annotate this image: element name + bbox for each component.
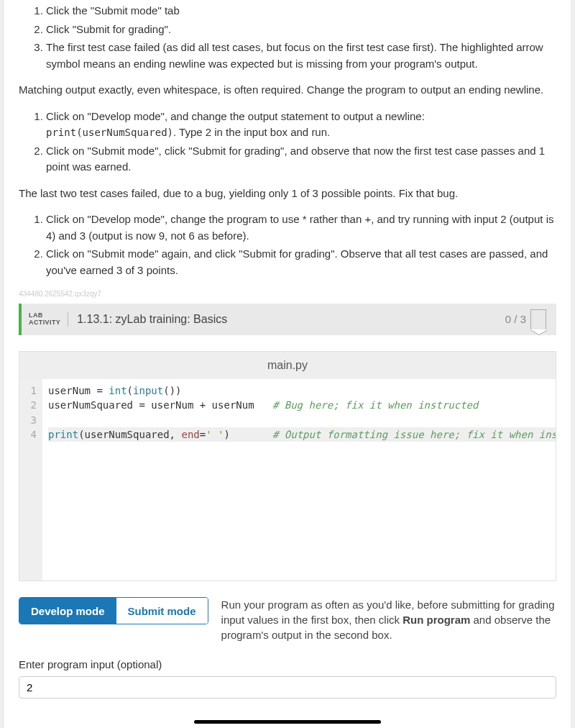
paragraph: Matching output exactly, even whitespace…: [19, 82, 556, 99]
list-item: Click on "Submit mode" again, and click …: [46, 246, 556, 278]
line-number: 3: [22, 413, 37, 427]
lab-activity-header: LAB ACTIVITY 1.13.1: zyLab training: Bas…: [19, 304, 556, 335]
list-item: Click on "Develop mode", and change the …: [46, 109, 556, 141]
list-item: The first test case failed (as did all t…: [46, 40, 556, 72]
file-tab[interactable]: main.py: [19, 352, 556, 379]
paragraph: The last two test cases failed, due to a…: [19, 186, 556, 202]
code-line: [48, 414, 54, 426]
program-input-label: Enter program input (optional): [19, 657, 556, 673]
code-editor: main.py 1 2 3 4 userNum = int(input()) u…: [19, 351, 556, 581]
list-item: Click "Submit for grading".: [46, 22, 556, 38]
submit-mode-button[interactable]: Submit mode: [116, 598, 208, 624]
mode-toggle: Develop mode Submit mode: [19, 597, 208, 624]
instruction-list-2: Click on "Develop mode", and change the …: [19, 109, 556, 176]
line-number: 2: [22, 398, 37, 412]
mode-description: Run your program as often as you'd like,…: [221, 597, 556, 642]
code-line: userNumSquared = userNum + userNum # Bug…: [48, 399, 478, 411]
lab-activity-title: 1.13.1: zyLab training: Basics: [68, 311, 505, 328]
code-area[interactable]: 1 2 3 4 userNum = int(input()) userNumSq…: [19, 379, 556, 581]
text: ACTIVITY: [29, 319, 60, 327]
bookmark-icon[interactable]: [530, 309, 546, 329]
lab-activity-score: 0 / 3: [505, 311, 526, 328]
text-bold: Run program: [402, 614, 470, 626]
code-lines[interactable]: userNum = int(input()) userNumSquared = …: [42, 379, 556, 581]
lab-activity-label: LAB ACTIVITY: [29, 312, 68, 327]
instruction-list-3: Click on "Develop mode", change the prog…: [19, 211, 556, 278]
line-gutter: 1 2 3 4: [19, 379, 42, 581]
mode-row: Develop mode Submit mode Run your progra…: [19, 597, 556, 642]
text: Click on "Develop mode", and change the …: [46, 110, 425, 122]
develop-mode-button[interactable]: Develop mode: [19, 598, 116, 624]
code-line-highlighted: print(userNumSquared, end=' ') # Output …: [48, 427, 556, 442]
list-item: Click on "Develop mode", change the prog…: [46, 211, 556, 244]
home-indicator: [194, 720, 381, 724]
inline-code: print(userNumSquared): [46, 127, 173, 138]
line-number: 1: [22, 383, 37, 398]
code-line: userNum = int(input()): [48, 385, 182, 396]
text: . Type 2 in the input box and run.: [173, 126, 330, 138]
list-item: Click the "Submit mode" tab: [46, 3, 556, 19]
list-item: Click on "Submit mode", click "Submit fo…: [46, 143, 556, 176]
watermark-text: 434480.2625542.qx3zqy7: [19, 288, 556, 299]
program-input-field[interactable]: [19, 676, 556, 699]
line-number: 4: [22, 427, 37, 442]
instruction-list-1: Click the "Submit mode" tab Click "Submi…: [19, 3, 556, 72]
